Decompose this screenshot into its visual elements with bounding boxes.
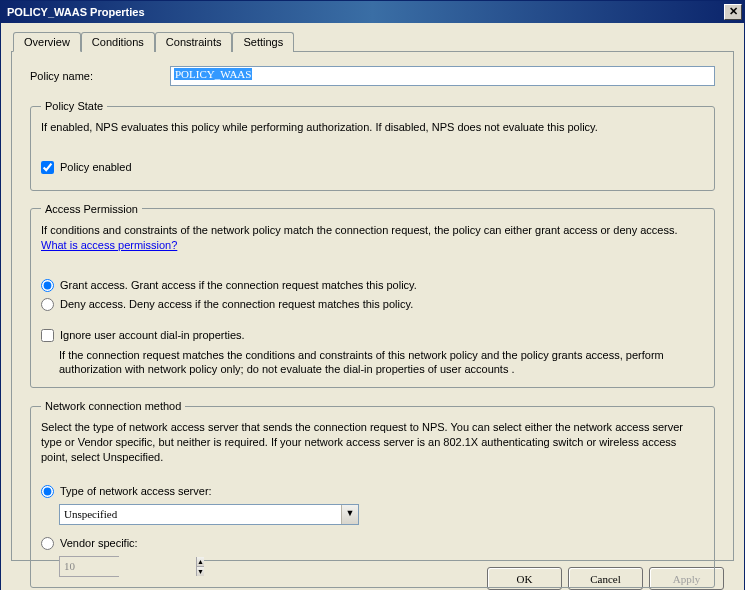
policy-name-label: Policy name:	[30, 70, 170, 82]
grant-access-row: Grant access. Grant access if the connec…	[41, 279, 704, 292]
tab-overview[interactable]: Overview	[13, 32, 81, 52]
policy-state-group: Policy State If enabled, NPS evaluates t…	[30, 100, 715, 191]
vendor-specific-spinner[interactable]: ▲ ▼	[59, 556, 119, 577]
vendor-specific-row: Vendor specific:	[41, 537, 704, 550]
spinner-down-icon[interactable]: ▼	[197, 567, 204, 576]
titlebar: POLICY_WAAS Properties ✕	[1, 1, 744, 23]
nas-type-select[interactable]: Unspecified ▼	[59, 504, 359, 525]
deny-access-label: Deny access. Deny access if the connecti…	[60, 298, 413, 310]
properties-window: POLICY_WAAS Properties ✕ Overview Condit…	[0, 0, 745, 590]
ignore-dialin-checkbox[interactable]	[41, 329, 54, 342]
tab-panel-overview: Policy name: POLICY_WAAS Policy State If…	[11, 51, 734, 561]
policy-name-input[interactable]: POLICY_WAAS	[170, 66, 715, 86]
access-permission-legend: Access Permission	[41, 203, 142, 215]
vendor-specific-label: Vendor specific:	[60, 537, 138, 549]
access-permission-desc: If conditions and constraints of the net…	[41, 223, 704, 253]
ignore-dialin-desc: If the connection request matches the co…	[59, 348, 704, 378]
nas-type-row: Type of network access server:	[41, 485, 704, 498]
nas-type-radio[interactable]	[41, 485, 54, 498]
spinner-buttons: ▲ ▼	[196, 557, 204, 576]
access-permission-desc-text: If conditions and constraints of the net…	[41, 224, 678, 236]
nas-type-value: Unspecified	[64, 508, 117, 520]
tab-conditions[interactable]: Conditions	[81, 32, 155, 52]
vendor-specific-radio[interactable]	[41, 537, 54, 550]
policy-state-desc: If enabled, NPS evaluates this policy wh…	[41, 120, 704, 135]
close-icon[interactable]: ✕	[724, 4, 742, 20]
chevron-down-icon: ▼	[341, 505, 358, 524]
tab-constraints[interactable]: Constraints	[155, 32, 233, 52]
policy-enabled-label: Policy enabled	[60, 161, 132, 173]
nas-type-label: Type of network access server:	[60, 485, 212, 497]
policy-name-value: POLICY_WAAS	[174, 68, 252, 80]
policy-enabled-checkbox[interactable]	[41, 161, 54, 174]
spinner-up-icon[interactable]: ▲	[197, 557, 204, 567]
network-method-legend: Network connection method	[41, 400, 185, 412]
deny-access-row: Deny access. Deny access if the connecti…	[41, 298, 704, 311]
ignore-dialin-label: Ignore user account dial-in properties.	[60, 329, 245, 341]
grant-access-label: Grant access. Grant access if the connec…	[60, 279, 417, 291]
deny-access-radio[interactable]	[41, 298, 54, 311]
grant-access-radio[interactable]	[41, 279, 54, 292]
window-title: POLICY_WAAS Properties	[7, 6, 145, 18]
tab-settings[interactable]: Settings	[232, 32, 294, 52]
content-area: Overview Conditions Constraints Settings…	[1, 23, 744, 590]
policy-name-row: Policy name: POLICY_WAAS	[30, 66, 715, 86]
tabstrip: Overview Conditions Constraints Settings	[13, 31, 734, 51]
ignore-dialin-row: Ignore user account dial-in properties.	[41, 329, 704, 342]
network-method-group: Network connection method Select the typ…	[30, 400, 715, 588]
access-permission-link[interactable]: What is access permission?	[41, 239, 177, 251]
network-method-desc: Select the type of network access server…	[41, 420, 704, 465]
vendor-specific-input	[60, 557, 196, 576]
policy-enabled-row: Policy enabled	[41, 161, 704, 174]
access-permission-group: Access Permission If conditions and cons…	[30, 203, 715, 388]
policy-state-legend: Policy State	[41, 100, 107, 112]
